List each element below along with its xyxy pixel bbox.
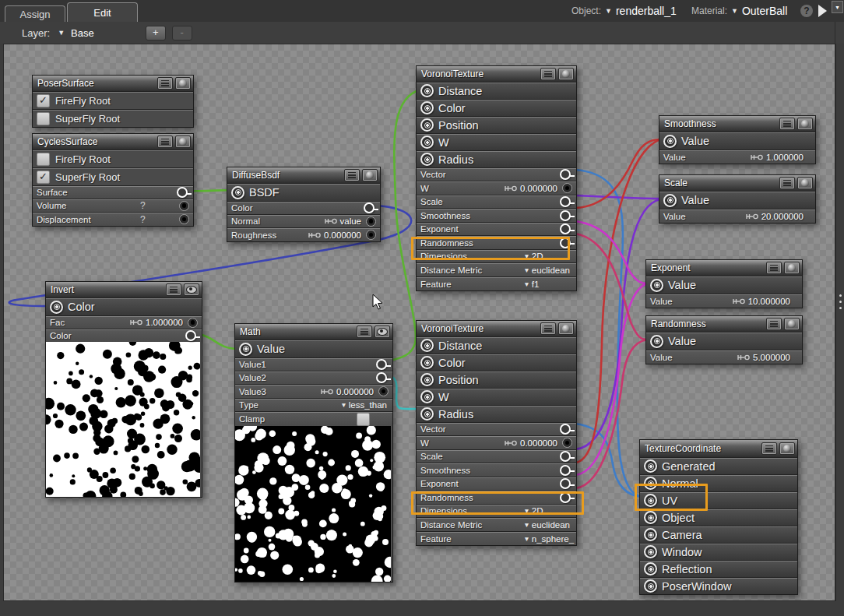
output-socket-icon[interactable] [644, 459, 657, 473]
node-editor-canvas[interactable]: PoserSurface ✓ FireFly Root SuperFly Roo… [3, 44, 836, 601]
clamp-row[interactable]: Clamp [235, 411, 392, 426]
node-randomness[interactable]: Randomness Value Value 5.000000 [645, 315, 803, 364]
w-input-row[interactable]: W 0.000000 [417, 181, 576, 195]
input-socket-icon[interactable] [366, 230, 376, 240]
input-plug-icon[interactable] [364, 202, 375, 213]
menu-icon[interactable] [357, 326, 372, 338]
superfly-root-row[interactable]: SuperFly Root [33, 109, 193, 127]
bsdf-output-row[interactable]: BSDF [227, 183, 380, 201]
smoothness-input-row[interactable]: Smoothness [417, 463, 576, 477]
input-socket-icon[interactable] [188, 318, 198, 328]
node-posersurface[interactable]: PoserSurface ✓ FireFly Root SuperFly Roo… [32, 75, 194, 128]
tab-edit[interactable]: Edit [67, 2, 138, 22]
position-output-row[interactable]: Position [417, 371, 576, 388]
firefly-root-row[interactable]: FireFly Root [33, 150, 193, 167]
color-output-row[interactable]: Color [417, 354, 576, 371]
distance-output-row[interactable]: Distance [417, 82, 576, 99]
output-socket-icon[interactable] [650, 335, 663, 348]
material-selector[interactable]: Material: ▼ OuterBall [691, 0, 787, 22]
color-output-row[interactable]: Color [46, 297, 202, 315]
input-plug-icon[interactable] [560, 196, 571, 207]
help-button[interactable]: ? [800, 5, 813, 17]
node-header[interactable]: VoronoiTexture [417, 66, 576, 82]
menu-icon[interactable] [344, 169, 360, 181]
chevron-down-icon[interactable]: ▼ [58, 29, 65, 37]
preview-sphere-icon[interactable] [797, 118, 813, 130]
generated-output-row[interactable]: Generated [640, 457, 797, 474]
roughness-input-row[interactable]: Roughness 0.000000 [227, 227, 380, 241]
wire-exponent-to-voronoi1[interactable] [575, 221, 647, 283]
feature-dropdown-row[interactable]: Feature ▼ n_sphere_ [417, 531, 576, 545]
tab-assign[interactable]: Assign [5, 5, 65, 22]
input-socket-icon[interactable] [562, 438, 572, 448]
preview-sphere-icon[interactable] [779, 442, 795, 455]
key-icon[interactable] [325, 217, 337, 225]
distance-metric-dropdown-row[interactable]: Distance Metric ▼ euclidean [417, 262, 576, 276]
node-header[interactable]: PoserSurface [33, 76, 193, 91]
input-plug-icon[interactable] [177, 187, 188, 198]
checkbox[interactable]: ✓ [37, 171, 50, 184]
menu-icon[interactable] [766, 262, 782, 274]
exponent-input-row[interactable]: Exponent [417, 477, 576, 490]
object-output-row[interactable]: Object [640, 509, 797, 526]
feature-dropdown-row[interactable]: Feature ▼ f1 [417, 276, 576, 290]
menu-icon[interactable] [761, 442, 777, 455]
dimensions-dropdown[interactable]: ▼ 2D [523, 506, 543, 516]
key-icon[interactable] [505, 439, 517, 447]
surface-input-row[interactable]: Surface [33, 185, 193, 199]
distance-metric-dropdown[interactable]: ▼ euclidean [523, 266, 570, 275]
reflection-output-row[interactable]: Reflection [640, 560, 797, 577]
preview-sphere-icon[interactable] [558, 322, 574, 335]
preview-sphere-icon[interactable] [784, 262, 800, 274]
node-header[interactable]: VoronoiTexture [417, 321, 576, 336]
output-socket-icon[interactable] [420, 339, 434, 352]
object-selector[interactable]: Object: ▼ renderball_1 [571, 0, 677, 22]
key-icon[interactable] [737, 354, 750, 361]
superfly-root-row[interactable]: ✓ SuperFly Root [33, 167, 193, 185]
output-socket-icon[interactable] [420, 153, 434, 166]
key-icon[interactable] [746, 213, 758, 220]
input-socket-icon[interactable] [366, 216, 376, 227]
scale-input-row[interactable]: Scale [417, 195, 576, 208]
node-header[interactable]: Smoothness [659, 116, 815, 132]
node-header[interactable]: TextureCoordinate [640, 440, 797, 457]
color-input-row[interactable]: Color [46, 329, 202, 342]
input-plug-icon[interactable] [560, 465, 571, 476]
output-socket-icon[interactable] [420, 356, 434, 369]
node-header[interactable]: CyclesSurface [33, 134, 193, 150]
value-input-row[interactable]: Value 20.000000 [659, 209, 815, 223]
node-header[interactable]: Randomness [646, 316, 802, 332]
add-layer-button[interactable]: + [146, 26, 166, 40]
preview-sphere-icon[interactable] [175, 77, 191, 90]
value-output-row[interactable]: Value [659, 132, 815, 150]
checkbox[interactable] [37, 153, 50, 166]
w-output-row[interactable]: W [417, 133, 576, 150]
node-math[interactable]: Math Value Value1 Value2 Value3 0.000000… [234, 323, 393, 583]
menu-icon[interactable] [166, 283, 181, 296]
input-plug-icon[interactable] [560, 238, 571, 248]
window-output-row[interactable]: Window [640, 543, 797, 560]
feature-dropdown[interactable]: ▼ n_sphere_ [523, 534, 574, 544]
output-socket-icon[interactable] [239, 343, 252, 356]
type-dropdown[interactable]: ▼ less_than [340, 400, 387, 410]
node-smoothness[interactable]: Smoothness Value Value 1.000000 [659, 115, 816, 164]
position-output-row[interactable]: Position [417, 116, 576, 133]
output-socket-icon[interactable] [420, 390, 434, 403]
output-socket-icon[interactable] [644, 511, 657, 524]
input-plug-icon[interactable] [560, 169, 571, 180]
vector-input-row[interactable]: Vector [417, 167, 576, 181]
preview-eye-icon[interactable] [375, 326, 390, 338]
value-input-row[interactable]: Value 10.000000 [646, 294, 802, 308]
output-socket-icon[interactable] [231, 186, 244, 199]
node-header[interactable]: Math [235, 324, 392, 340]
value-output-row[interactable]: Value [659, 191, 815, 209]
w-input-row[interactable]: W 0.000000 [417, 435, 576, 449]
output-socket-icon[interactable] [420, 407, 434, 421]
key-icon[interactable] [130, 319, 142, 326]
input-plug-icon[interactable] [560, 424, 571, 435]
key-icon[interactable] [505, 185, 517, 192]
poserwindow-output-row[interactable]: PoserWindow [640, 577, 797, 594]
panel-grip-handle[interactable] [839, 294, 842, 309]
output-socket-icon[interactable] [663, 194, 677, 207]
menu-icon[interactable] [157, 136, 173, 148]
